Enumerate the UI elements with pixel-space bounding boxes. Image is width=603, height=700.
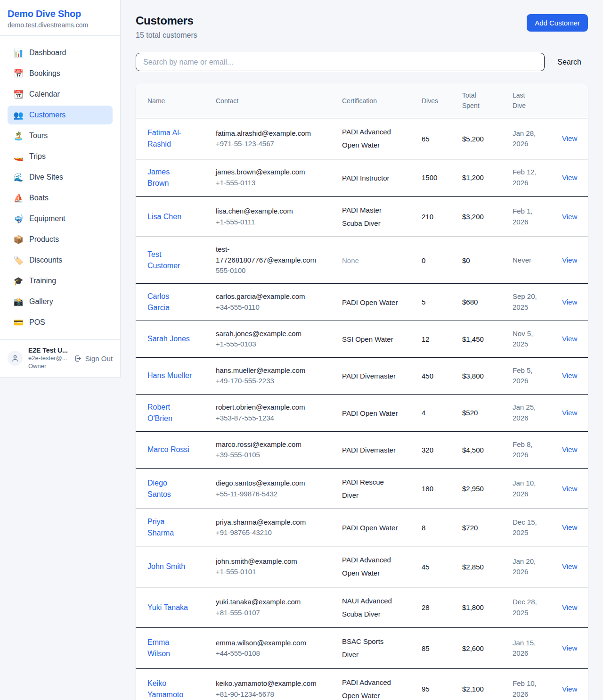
actions-cell: View [562, 445, 577, 454]
customer-name-link[interactable]: Fatima Al-Rashid [147, 127, 192, 150]
customer-name-link[interactable]: Diego Santos [147, 478, 192, 500]
sidebar-item-equipment[interactable]: 🤿 Equipment [8, 209, 113, 228]
last-dive-value: Nov 5, 2025 [513, 329, 542, 350]
sidebar-item-training[interactable]: 🎓 Training [8, 272, 113, 290]
view-link[interactable]: View [562, 335, 577, 343]
sidebar-item-label: Dive Sites [29, 173, 63, 181]
sidebar-item-customers[interactable]: 👥 Customers [8, 106, 113, 124]
user-icon [11, 354, 19, 362]
add-customer-button[interactable]: Add Customer [527, 14, 588, 32]
last-dive-value: Never [513, 255, 531, 266]
certification-value: NAUI Advanced Scuba Diver [342, 594, 399, 621]
customer-name-link[interactable]: Emma Wilson [147, 637, 192, 659]
customer-name-cell: Robert O'Brien [147, 402, 216, 424]
certification-value: PADI Advanced Open Water [342, 553, 399, 580]
last-dive-value: Feb 10, 2026 [513, 678, 542, 700]
view-link[interactable]: View [562, 173, 577, 181]
customer-name-link[interactable]: Lisa Chen [147, 211, 181, 222]
view-link[interactable]: View [562, 298, 577, 306]
certification-value: PADI Open Water [342, 407, 398, 420]
dives-cell: 5 [422, 298, 462, 306]
view-link[interactable]: View [562, 523, 577, 531]
sidebar-item-discounts[interactable]: 🏷️ Discounts [8, 251, 113, 270]
view-link[interactable]: View [562, 562, 577, 570]
certification-cell: BSAC Sports Diver [342, 635, 422, 661]
customer-name-link[interactable]: Yuki Tanaka [147, 602, 188, 613]
view-link[interactable]: View [562, 409, 577, 417]
actions-cell: View [562, 298, 577, 306]
dives-cell: 210 [422, 213, 462, 221]
customer-name-link[interactable]: Sarah Jones [147, 333, 190, 345]
last-dive-value: Dec 15, 2025 [513, 517, 542, 538]
pos-icon: 💳 [13, 318, 24, 328]
last-dive-cell: Sep 20, 2025 [513, 291, 562, 313]
sidebar-item-boats[interactable]: ⛵ Boats [8, 189, 113, 207]
shop-name: Demo Dive Shop [8, 8, 113, 19]
sidebar-item-calendar[interactable]: 📆 Calendar [8, 85, 113, 104]
sign-out-button[interactable]: Sign Out [74, 354, 113, 362]
last-dive-value: Feb 8, 2026 [513, 439, 542, 461]
sidebar-item-dashboard[interactable]: 📊 Dashboard [8, 43, 113, 62]
view-link[interactable]: View [562, 685, 577, 693]
sidebar-user-footer: E2E Test U... e2e-tester@... Owner Sign … [0, 339, 120, 377]
view-link[interactable]: View [562, 213, 577, 221]
sidebar-item-products[interactable]: 📦 Products [8, 230, 113, 249]
table-row: John Smith john.smith@example.com +1-555… [136, 546, 588, 587]
user-name: E2E Test U... [28, 346, 68, 354]
sidebar-item-label: Equipment [29, 214, 65, 223]
trips-icon: 🚤 [13, 152, 24, 162]
view-link[interactable]: View [562, 485, 577, 493]
sidebar-nav: 📊 Dashboard 📅 Bookings 📆 Calendar 👥 Cust… [0, 36, 120, 339]
customer-email: sarah.jones@example.com [216, 329, 315, 339]
certification-cell: PADI Advanced Open Water [342, 553, 422, 580]
customer-name-link[interactable]: James Brown [147, 166, 192, 189]
customer-name-cell: Keiko Yamamoto [147, 678, 216, 700]
column-header-last-dive: Last Dive [513, 91, 534, 111]
customer-name-link[interactable]: Keiko Yamamoto [147, 678, 192, 700]
sidebar-item-trips[interactable]: 🚤 Trips [8, 147, 113, 166]
sidebar-item-label: Training [29, 277, 56, 285]
actions-cell: View [562, 213, 577, 221]
search-input[interactable] [136, 53, 545, 71]
view-link[interactable]: View [562, 445, 577, 453]
customer-name-link[interactable]: Hans Mueller [147, 370, 192, 381]
sidebar-item-bookings[interactable]: 📅 Bookings [8, 64, 113, 83]
sidebar-item-pos[interactable]: 💳 POS [8, 313, 113, 332]
table-row: Marco Rossi marco.rossi@example.com +39-… [136, 432, 588, 469]
last-dive-value: Jan 15, 2026 [513, 638, 542, 659]
customer-name-link[interactable]: Carlos Garcia [147, 291, 192, 313]
dives-cell: 95 [422, 685, 462, 693]
actions-cell: View [562, 371, 577, 380]
total-spent-cell: $1,800 [462, 603, 513, 611]
dives-cell: 8 [422, 524, 462, 532]
search-button[interactable]: Search [557, 58, 581, 66]
customer-name-link[interactable]: Marco Rossi [147, 444, 189, 455]
customers-table: Name Contact Certification Dives Total S… [136, 83, 588, 700]
certification-cell: None [342, 254, 422, 267]
sidebar-item-label: POS [29, 318, 45, 327]
dives-cell: 12 [422, 335, 462, 343]
view-link[interactable]: View [562, 371, 577, 379]
sidebar-item-gallery[interactable]: 📸 Gallery [8, 292, 113, 311]
customer-name-link[interactable]: Test Customer [147, 249, 192, 272]
sidebar-item-dive-sites[interactable]: 🌊 Dive Sites [8, 168, 113, 187]
certification-cell: SSI Open Water [342, 332, 422, 346]
last-dive-cell: Feb 8, 2026 [513, 439, 562, 461]
sidebar-item-tours[interactable]: 🏝️ Tours [8, 126, 113, 145]
dives-cell: 1500 [422, 173, 462, 181]
customer-name-link[interactable]: Priya Sharma [147, 516, 192, 539]
contact-cell: james.brown@example.com +1-555-0113 [216, 167, 342, 188]
total-spent-cell: $5,200 [462, 135, 513, 143]
customer-name-link[interactable]: John Smith [147, 561, 185, 572]
view-link[interactable]: View [562, 644, 577, 652]
certification-cell: PADI Open Water [342, 406, 422, 420]
column-header-certification: Certification [342, 97, 422, 105]
sidebar-item-label: Customers [29, 111, 65, 119]
view-link[interactable]: View [562, 603, 577, 611]
view-link[interactable]: View [562, 256, 577, 264]
view-link[interactable]: View [562, 134, 577, 142]
total-spent-cell: $3,800 [462, 372, 513, 380]
customer-name-link[interactable]: Robert O'Brien [147, 402, 192, 424]
customer-phone: +353-87-555-1234 [216, 413, 342, 424]
customer-email: carlos.garcia@example.com [216, 291, 315, 302]
